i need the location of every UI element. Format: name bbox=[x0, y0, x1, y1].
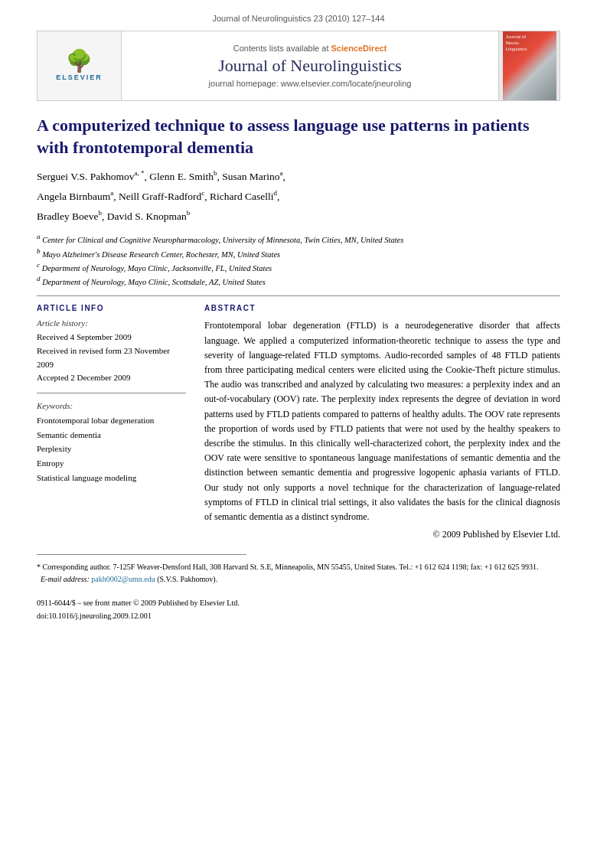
issn-info: 0911-6044/$ bbox=[37, 599, 76, 607]
affiliations-section: a Center for Clinical and Cognitive Neur… bbox=[37, 232, 560, 288]
author-pakhomov: Serguei V.S. Pakhomov bbox=[37, 171, 135, 182]
affiliation-c: c Department of Neurology, Mayo Clinic, … bbox=[37, 260, 560, 274]
article-info-column: Article Info Article history: Received 4… bbox=[37, 304, 186, 540]
author-birnbaum: Angela Birnbaum bbox=[37, 191, 110, 202]
article-body: Article Info Article history: Received 4… bbox=[37, 304, 560, 540]
affiliation-a: a Center for Clinical and Cognitive Neur… bbox=[37, 232, 560, 246]
journal-thumbnail: Journal ofNeuro-Linguistics bbox=[498, 31, 559, 100]
journal-cover-text: Journal ofNeuro-Linguistics bbox=[506, 34, 527, 52]
journal-header-center: Contents lists available at ScienceDirec… bbox=[122, 31, 498, 100]
author-caselli: , Richard Caselli bbox=[204, 191, 273, 202]
sciencedirect-line: Contents lists available at ScienceDirec… bbox=[233, 44, 387, 53]
author-smith: , Glenn E. Smith bbox=[145, 171, 214, 182]
sciencedirect-link[interactable]: ScienceDirect bbox=[331, 44, 387, 53]
sciencedirect-prefix: Contents lists available at bbox=[233, 44, 331, 53]
author-knopman: , David S. Knopman bbox=[102, 210, 187, 222]
author-comma2: , bbox=[277, 191, 279, 202]
article-title: A computerized technique to assess langu… bbox=[37, 115, 560, 158]
author-graff: , Neill Graff-Radford bbox=[113, 191, 201, 202]
journal-title: Journal of Neurolinguistics bbox=[218, 56, 402, 76]
accepted-date: Accepted 2 December 2009 bbox=[37, 371, 186, 385]
author-boeve: Bradley Boeve bbox=[37, 210, 99, 222]
keyword-5: Statistical language modeling bbox=[37, 471, 186, 485]
article-history-section: Article history: Received 4 September 20… bbox=[37, 318, 186, 384]
keywords-divider bbox=[37, 393, 186, 393]
journal-homepage: journal homepage: www.elsevier.com/locat… bbox=[209, 79, 412, 88]
section-divider bbox=[37, 295, 560, 296]
keyword-1: Frontotemporal lobar degeneration bbox=[37, 413, 186, 428]
footnote-corresponding: * Corresponding author. 7-125F Weaver-De… bbox=[37, 561, 560, 573]
affiliation-d: d Department of Neurology, Mayo Clinic, … bbox=[37, 274, 560, 288]
authors-line-3: Bradley Boeveb, David S. Knopmanb bbox=[37, 207, 560, 224]
footnote-email[interactable]: pakh0002@umn.edu bbox=[91, 575, 155, 583]
author-comma: , bbox=[283, 171, 285, 182]
keywords-section: Keywords: Frontotemporal lobar degenerat… bbox=[37, 401, 186, 485]
article-history-label: Article history: bbox=[37, 318, 186, 328]
footnote-divider bbox=[37, 554, 246, 555]
footnote-address: 7-125F Weaver-Densford Hall, 308 Harvard… bbox=[113, 563, 538, 571]
revised-date: Received in revised form 23 November 200… bbox=[37, 344, 186, 371]
elsevier-logo-section: 🌳 ELSEVIER bbox=[38, 31, 122, 100]
abstract-column: Abstract Frontotemporal lobar degenerati… bbox=[204, 304, 560, 540]
keyword-2: Semantic dementia bbox=[37, 428, 186, 442]
authors-line-1: Serguei V.S. Pakhomova, *, Glenn E. Smit… bbox=[37, 168, 560, 184]
copyright-line: © 2009 Published by Elsevier Ltd. bbox=[204, 529, 560, 540]
footnote-star: * Corresponding author. bbox=[37, 563, 111, 571]
received-date: Received 4 September 2009 bbox=[37, 331, 186, 344]
article-info-label: Article Info bbox=[37, 304, 186, 312]
keywords-label: Keywords: bbox=[37, 401, 186, 410]
elsevier-label: ELSEVIER bbox=[49, 73, 110, 81]
bottom-info: 0911-6044/$ – see front matter © 2009 Pu… bbox=[37, 596, 560, 622]
author-marino: , Susan Marino bbox=[217, 171, 279, 182]
keyword-4: Entropy bbox=[37, 456, 186, 471]
abstract-text: Frontotemporal lobar degeneration (FTLD)… bbox=[204, 318, 560, 524]
footnote-email-line: E-mail address: pakh0002@umn.edu (S.V.S.… bbox=[37, 573, 560, 586]
footnote-email-name: (S.V.S. Pakhomov). bbox=[157, 575, 217, 583]
abstract-label: Abstract bbox=[204, 304, 560, 312]
journal-cover-image: Journal ofNeuro-Linguistics bbox=[503, 31, 556, 100]
doi-info: doi:10.1016/j.jneuroling.2009.12.001 bbox=[37, 612, 152, 620]
email-label: E-mail address: bbox=[41, 575, 90, 583]
see-front-matter: – see front matter © 2009 Published by E… bbox=[77, 599, 239, 607]
author-pakhomov-sup: a, * bbox=[135, 169, 145, 177]
authors-line-2: Angela Birnbauma, Neill Graff-Radfordc, … bbox=[37, 188, 560, 204]
keyword-3: Perplexity bbox=[37, 442, 186, 456]
elsevier-tree-icon: 🌳 bbox=[49, 51, 110, 72]
journal-header-box: 🌳 ELSEVIER Contents lists available at S… bbox=[37, 31, 560, 101]
journal-reference: Journal of Neurolinguistics 23 (2010) 12… bbox=[37, 14, 560, 23]
affiliation-b: b Mayo Alzheimer's Disease Research Cent… bbox=[37, 246, 560, 260]
author-knopman-sup: b bbox=[187, 209, 191, 217]
